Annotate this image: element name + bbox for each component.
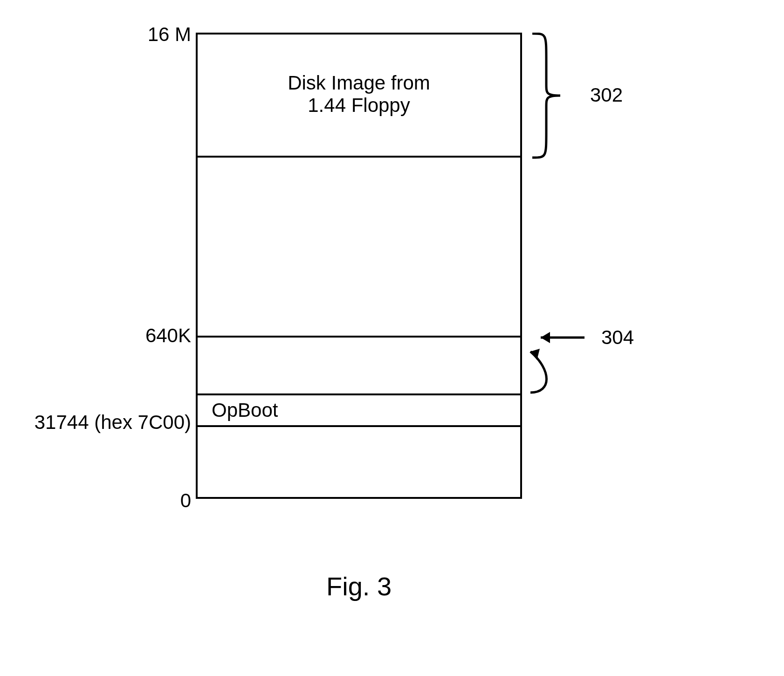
label-0: 0 [165, 490, 191, 512]
opboot-region-label: OpBoot [212, 399, 278, 421]
brace-icon [528, 33, 579, 159]
svg-marker-1 [541, 332, 550, 343]
label-31744: 31744 (hex 7C00) [19, 411, 191, 434]
memory-map-diagram: Disk Image from 1.44 Floppy OpBoot [196, 33, 522, 499]
divider-disk-image-bottom [198, 156, 520, 158]
disk-image-label-line1: Disk Image from [288, 72, 430, 94]
figure-caption: Fig. 3 [326, 571, 392, 601]
divider-640k [198, 336, 520, 338]
divider-opboot-bottom [198, 425, 520, 427]
divider-opboot-top [198, 393, 520, 395]
callout-304: 304 [601, 326, 634, 349]
disk-image-region: Disk Image from 1.44 Floppy [198, 72, 520, 117]
label-16m: 16 M [131, 23, 191, 46]
disk-image-label-line2: 1.44 Floppy [308, 94, 410, 116]
label-640k: 640K [131, 324, 191, 347]
callout-302: 302 [590, 84, 623, 106]
